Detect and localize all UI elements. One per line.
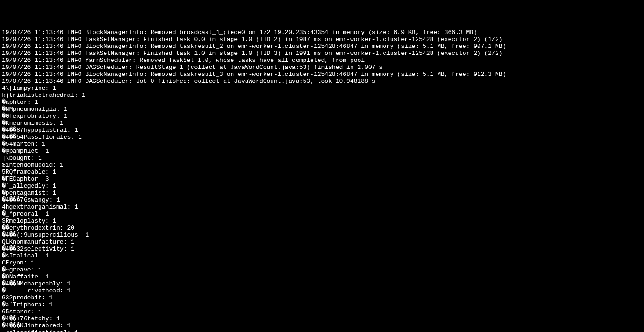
terminal-line: ]\bought: 1: [2, 155, 642, 162]
terminal-line: �~greave: 1: [2, 266, 642, 273]
terminal-line: �a`Triphora: 1: [2, 301, 642, 308]
terminal-line: 19/07/26 11:13:46 INFO BlockManagerInfo:…: [2, 43, 642, 50]
terminal-line: �pentagamist: 1: [2, 190, 642, 196]
terminal-line: �aphtor: 1: [2, 99, 642, 106]
terminal-line: 5RQframeable: 1: [2, 169, 642, 176]
terminal-line: �`_allegedly: 1: [2, 183, 642, 190]
terminal-line: 19/07/26 11:13:46 INFO TaskSetManager: F…: [2, 36, 642, 43]
terminal-line: �4���76swangy: 1: [2, 196, 642, 203]
terminal-line: 19/07/26 11:13:46 INFO YarnScheduler: Re…: [2, 57, 642, 64]
terminal-line: �4��NMchargeably: 1: [2, 280, 642, 287]
terminal-line: kjtriakistetrahedral: 1: [2, 92, 642, 99]
terminal-line: �4��32selectivity: 1: [2, 245, 642, 252]
terminal-line: �sItalical: 1: [2, 252, 642, 259]
terminal-line: G32predebit: 1: [2, 294, 642, 301]
terminal-line: �FECaphtor: 3: [2, 176, 642, 183]
terminal-line: �4��+76tetchy: 1: [2, 315, 642, 322]
terminal-line: �ONaffaite: 1: [2, 273, 642, 280]
terminal-line: �4���KJintrabred: 1: [2, 322, 642, 329]
terminal-line: 19/07/26 11:13:46 INFO DAGScheduler: Res…: [2, 64, 642, 71]
terminal-line: 4\[lampyrine: 1: [2, 85, 642, 92]
terminal-line: SRmeloplasty: 1: [2, 217, 642, 224]
terminal-line: ��erythrodextrin: 20: [2, 224, 642, 231]
terminal-line: =<classificational: 1: [2, 329, 642, 332]
terminal-line: �_^preoral: 1: [2, 210, 642, 217]
terminal-line: 65starer: 1: [2, 308, 642, 315]
terminal-line: �54marten: 1: [2, 141, 642, 148]
terminal-line: 4hgextraorganismal: 1: [2, 203, 642, 210]
terminal-output[interactable]: 19/07/26 11:13:46 INFO BlockManagerInfo:…: [2, 29, 642, 332]
terminal-line: �GFexprobratory: 1: [2, 113, 642, 120]
terminal-line: �4��54Passiflorales: 1: [2, 134, 642, 141]
terminal-line: � rivethead: 1: [2, 287, 642, 294]
terminal-line: 19/07/26 11:13:46 INFO DAGScheduler: Job…: [2, 78, 642, 85]
terminal-line: QLKnonmanufacture: 1: [2, 238, 642, 245]
terminal-line: 19/07/26 11:13:46 INFO BlockManagerInfo:…: [2, 29, 642, 36]
terminal-line: �NMpneumonalgia: 1: [2, 106, 642, 113]
terminal-line: �4��87hypoplastral: 1: [2, 127, 642, 134]
terminal-line: $ihtendomucoid: 1: [2, 162, 642, 169]
terminal-line: 19/07/26 11:13:46 INFO TaskSetManager: F…: [2, 50, 642, 57]
terminal-line: �@pamphlet: 1: [2, 148, 642, 155]
terminal-line: 19/07/26 11:13:46 INFO BlockManagerInfo:…: [2, 71, 642, 78]
terminal-line: CEryon: 1: [2, 259, 642, 266]
terminal-line: �4��(:9unsupercilious: 1: [2, 231, 642, 238]
terminal-line: �Kneuromimesis: 1: [2, 120, 642, 127]
